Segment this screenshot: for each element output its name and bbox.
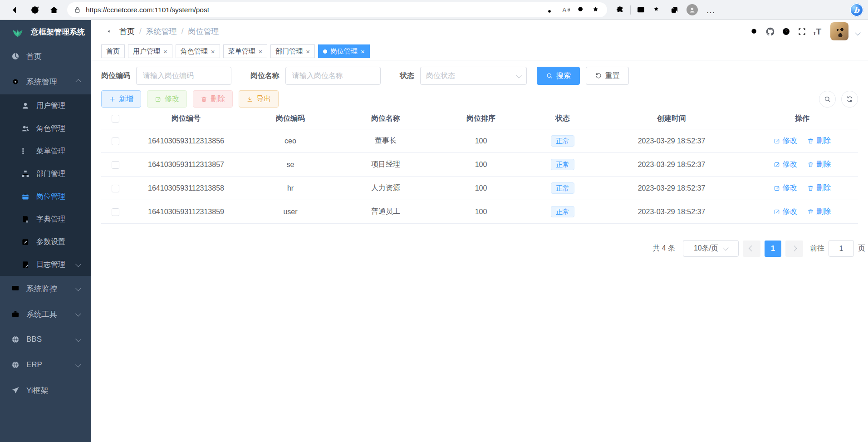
add-favorite-icon[interactable] xyxy=(591,5,601,15)
breadcrumb-system: 系统管理 xyxy=(146,26,177,37)
post-code-input[interactable] xyxy=(136,67,231,85)
tab-close-icon[interactable]: × xyxy=(259,48,263,55)
row-checkbox[interactable] xyxy=(112,138,119,145)
table-row: 1641030593112313858 hr 人力资源 100 正常 2023-… xyxy=(101,177,858,200)
tab-post-management[interactable]: 岗位管理 × xyxy=(318,44,370,58)
sidebar-item-bbs[interactable]: BBS xyxy=(0,327,91,352)
tab-home[interactable]: 首页 xyxy=(101,44,125,58)
refresh-table-button[interactable] xyxy=(841,91,858,108)
browser-profile-icon[interactable] xyxy=(687,4,698,15)
browser-home-icon[interactable] xyxy=(49,5,59,15)
paper-plane-icon xyxy=(11,386,20,395)
column-header-status: 状态 xyxy=(529,108,597,129)
search-button[interactable]: 搜索 xyxy=(537,67,580,85)
sidebar-item-dictionary[interactable]: 字典管理 xyxy=(0,208,91,231)
prev-page-button[interactable] xyxy=(743,241,760,257)
sidebar-item-label: 系统工具 xyxy=(26,309,57,319)
sidebar-item-tools[interactable]: 系统工具 xyxy=(0,301,91,327)
edit-button[interactable]: 修改 xyxy=(147,90,187,108)
tab-close-icon[interactable]: × xyxy=(211,48,215,55)
add-button[interactable]: 新增 xyxy=(101,90,141,108)
split-screen-icon[interactable] xyxy=(636,5,646,15)
sidebar-item-parameters[interactable]: 参数设置 xyxy=(0,231,91,253)
sidebar-item-users[interactable]: 用户管理 xyxy=(0,94,91,117)
status-select[interactable]: 岗位状态 xyxy=(420,67,527,85)
row-edit-link[interactable]: 修改 xyxy=(774,207,797,216)
sidebar-item-system[interactable]: 系统管理 xyxy=(0,69,91,94)
tab-close-icon[interactable]: × xyxy=(306,48,310,55)
sidebar-item-label: 字典管理 xyxy=(36,215,65,224)
sidebar-item-roles[interactable]: 角色管理 xyxy=(0,117,91,140)
row-checkbox[interactable] xyxy=(112,185,119,192)
avatar-caret-icon[interactable] xyxy=(855,29,861,35)
export-button[interactable]: 导出 xyxy=(239,90,279,108)
sidebar-item-erp[interactable]: ERP xyxy=(0,352,91,378)
row-delete-link[interactable]: 删除 xyxy=(807,207,831,216)
favorites-bar-icon[interactable] xyxy=(653,5,662,15)
column-header-actions: 操作 xyxy=(746,108,858,129)
page-size-select[interactable]: 10条/页 xyxy=(683,240,739,257)
sidebar-item-logs[interactable]: 日志管理 xyxy=(0,253,91,276)
next-page-button[interactable] xyxy=(785,241,803,257)
lock-icon[interactable] xyxy=(74,6,81,14)
zoom-out-icon[interactable] xyxy=(576,5,586,15)
status-badge: 正常 xyxy=(551,159,574,170)
font-size-icon[interactable]: тT xyxy=(813,27,821,36)
sidebar-item-monitoring[interactable]: 系统监控 xyxy=(0,276,91,301)
sidebar-item-yi-framework[interactable]: Yi框架 xyxy=(0,378,91,403)
page-number-1[interactable]: 1 xyxy=(765,241,781,257)
row-delete-link[interactable]: 删除 xyxy=(807,160,831,169)
tab-department-management[interactable]: 部门管理 × xyxy=(270,44,315,58)
tab-role-management[interactable]: 角色管理 × xyxy=(176,44,220,58)
sidebar-item-menus[interactable]: 菜单管理 xyxy=(0,140,91,162)
help-icon[interactable]: ? xyxy=(781,27,791,36)
search-icon[interactable] xyxy=(750,27,759,36)
select-all-checkbox[interactable] xyxy=(112,115,119,123)
password-key-icon[interactable] xyxy=(546,5,556,15)
sidebar-item-label: 用户管理 xyxy=(36,101,65,111)
copilot-icon[interactable]: b xyxy=(850,3,863,17)
column-header-post-id: 岗位编号 xyxy=(129,108,243,129)
tab-menu-management[interactable]: 菜单管理 × xyxy=(223,44,268,58)
sidebar-item-home[interactable]: 首页 xyxy=(0,44,91,69)
fullscreen-icon[interactable] xyxy=(797,27,807,36)
collapse-sidebar-icon[interactable] xyxy=(100,26,111,37)
search-icon xyxy=(824,95,831,103)
book-icon xyxy=(21,215,30,224)
delete-button[interactable]: 删除 xyxy=(193,90,233,108)
read-aloud-icon[interactable]: A xyxy=(561,5,571,15)
sidebar-item-posts[interactable]: 岗位管理 xyxy=(0,185,91,208)
tab-close-icon[interactable]: × xyxy=(361,48,365,55)
browser-menu-icon[interactable]: … xyxy=(706,8,716,12)
browser-back-icon[interactable] xyxy=(10,5,21,15)
reset-button[interactable]: 重置 xyxy=(586,67,629,85)
tab-user-management[interactable]: 用户管理 × xyxy=(128,44,172,58)
row-checkbox[interactable] xyxy=(112,161,119,169)
app-logo[interactable]: 意框架管理系统 xyxy=(0,20,91,44)
gear-icon xyxy=(11,77,20,86)
browser-refresh-icon[interactable] xyxy=(29,5,40,15)
goto-page-input[interactable] xyxy=(829,240,854,257)
extensions-icon[interactable] xyxy=(615,5,625,15)
row-delete-link[interactable]: 删除 xyxy=(807,183,831,193)
breadcrumb-home[interactable]: 首页 xyxy=(119,26,135,37)
cell-post-code: user xyxy=(243,200,338,224)
sidebar-item-departments[interactable]: 部门管理 xyxy=(0,162,91,185)
post-name-input[interactable] xyxy=(285,67,381,85)
row-edit-link[interactable]: 修改 xyxy=(774,160,797,169)
refresh-icon xyxy=(846,95,853,103)
cell-created-time: 2023-03-29 18:52:37 xyxy=(597,177,746,200)
user-avatar[interactable] xyxy=(830,22,848,40)
tab-close-icon[interactable]: × xyxy=(163,48,167,55)
row-checkbox[interactable] xyxy=(112,208,119,216)
address-bar[interactable]: https://ccnetcore.com:1101/system/post A xyxy=(67,2,607,17)
status-label: 状态 xyxy=(400,71,414,81)
column-header-post-sort: 岗位排序 xyxy=(433,108,529,129)
toggle-search-button[interactable] xyxy=(819,91,836,108)
collections-icon[interactable] xyxy=(670,5,679,15)
row-edit-link[interactable]: 修改 xyxy=(774,183,797,193)
url-text[interactable]: https://ccnetcore.com:1101/system/post xyxy=(86,6,544,14)
github-icon[interactable] xyxy=(765,27,775,36)
row-delete-link[interactable]: 删除 xyxy=(807,136,831,146)
row-edit-link[interactable]: 修改 xyxy=(774,136,797,146)
